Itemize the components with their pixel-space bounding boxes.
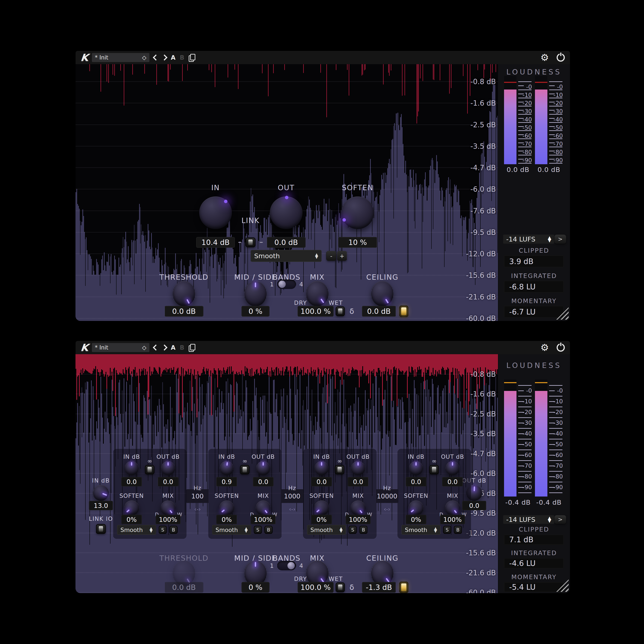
band-out-knob[interactable]: [161, 461, 175, 475]
expand-button[interactable]: >: [554, 235, 566, 244]
band-solo-button[interactable]: S: [349, 526, 357, 534]
lufs-target-select[interactable]: -14 LUFS ▲▼: [503, 235, 554, 244]
bands-switch[interactable]: [277, 279, 296, 289]
band-soften-knob[interactable]: [314, 500, 329, 515]
ab-compare-a[interactable]: A: [171, 54, 176, 61]
band-out-knob[interactable]: [445, 461, 460, 475]
prev-preset-icon[interactable]: [153, 345, 159, 351]
ceiling-enable-toggle[interactable]: [399, 305, 408, 317]
ab-compare-b[interactable]: B: [180, 344, 184, 351]
io-in-knob[interactable]: [93, 485, 109, 501]
settings-gear-icon[interactable]: ⚙: [541, 53, 549, 62]
shape-minus-button[interactable]: -: [326, 251, 336, 261]
band-out-value[interactable]: 0.0: [442, 477, 463, 486]
midside-value[interactable]: 0 %: [241, 306, 269, 317]
band-in-value[interactable]: 0.9: [216, 477, 237, 486]
ceiling-enable-toggle[interactable]: [399, 582, 408, 593]
ab-compare-b[interactable]: B: [180, 54, 184, 61]
threshold-knob[interactable]: [173, 281, 195, 306]
band-in-knob[interactable]: [409, 461, 423, 475]
band-bypass-button[interactable]: B: [454, 526, 462, 534]
soften-knob[interactable]: [341, 196, 374, 229]
crossover-drag-icon[interactable]: ‹-›: [384, 506, 390, 512]
threshold-value[interactable]: 0.0 dB: [165, 306, 203, 317]
band-soften-knob[interactable]: [219, 500, 234, 515]
copy-icon[interactable]: [189, 344, 195, 351]
expand-button[interactable]: >: [554, 515, 566, 524]
band-solo-button[interactable]: S: [443, 526, 451, 534]
link-toggle[interactable]: [246, 237, 255, 247]
band-soften-value[interactable]: 0%: [406, 515, 426, 524]
in-value[interactable]: 10.4 dB: [196, 237, 235, 248]
delta-toggle[interactable]: [336, 306, 345, 316]
shape-plus-button[interactable]: +: [337, 251, 347, 261]
next-preset-icon[interactable]: [161, 345, 167, 351]
band-link-toggle[interactable]: [240, 465, 249, 474]
band-link-toggle[interactable]: [145, 465, 154, 474]
band-in-value[interactable]: 0.0: [311, 477, 332, 486]
out-knob[interactable]: [270, 196, 302, 229]
copy-icon[interactable]: [189, 54, 195, 61]
out-value[interactable]: 0.0 dB: [267, 237, 305, 248]
band-link-toggle[interactable]: [335, 465, 344, 474]
preset-selector[interactable]: * Init ◇: [92, 53, 149, 62]
in-knob[interactable]: [199, 196, 232, 229]
band-soften-value[interactable]: 0%: [311, 515, 332, 524]
lufs-target-select[interactable]: -14 LUFS ▲▼: [503, 515, 554, 524]
midside-knob[interactable]: [244, 281, 267, 306]
band-out-knob[interactable]: [256, 461, 270, 475]
band-solo-button[interactable]: S: [159, 526, 167, 534]
crossover-value[interactable]: 10000: [376, 489, 398, 503]
band-solo-button[interactable]: S: [254, 526, 262, 534]
power-icon[interactable]: [557, 343, 565, 352]
ceiling-value[interactable]: 0.0 dB: [362, 306, 396, 317]
settings-gear-icon[interactable]: ⚙: [541, 343, 549, 352]
prev-preset-icon[interactable]: [153, 55, 159, 61]
band-mix-value[interactable]: 100%: [346, 515, 371, 524]
band-bypass-button[interactable]: B: [359, 526, 368, 534]
band-link-toggle[interactable]: [429, 465, 439, 474]
band-in-value[interactable]: 0.0: [121, 477, 142, 486]
band-shape-select[interactable]: Smooth▲▼: [401, 525, 440, 535]
mix-value[interactable]: 100.0 %: [298, 582, 334, 593]
band-mix-knob[interactable]: [351, 500, 366, 515]
band-bypass-button[interactable]: B: [169, 526, 178, 534]
crossover-drag-icon[interactable]: ‹-›: [194, 506, 201, 512]
band-out-knob[interactable]: [351, 461, 365, 475]
band-mix-knob[interactable]: [161, 500, 176, 515]
midside-value[interactable]: 0 %: [241, 582, 269, 593]
band-out-value[interactable]: 0.0: [253, 477, 273, 486]
band-soften-value[interactable]: 0%: [216, 515, 237, 524]
bands-switch[interactable]: [277, 561, 296, 570]
delta-toggle[interactable]: [336, 582, 345, 592]
band-mix-value[interactable]: 100%: [156, 515, 181, 524]
band-mix-knob[interactable]: [256, 500, 271, 515]
mix-value[interactable]: 100.0 %: [298, 306, 334, 317]
ceiling-value[interactable]: -1.3 dB: [362, 582, 396, 593]
band-soften-value[interactable]: 0%: [121, 515, 142, 524]
shape-select[interactable]: Smooth ▲▼: [251, 250, 322, 262]
band-out-value[interactable]: 0.0: [348, 477, 368, 486]
band-bypass-button[interactable]: B: [264, 526, 273, 534]
threshold-value[interactable]: 0.0 dB: [165, 582, 203, 593]
band-in-knob[interactable]: [125, 461, 139, 475]
mix-knob[interactable]: [306, 281, 328, 306]
band-in-knob[interactable]: [314, 461, 329, 475]
band-mix-value[interactable]: 100%: [440, 515, 465, 524]
band-mix-value[interactable]: 100%: [251, 515, 276, 524]
soften-value[interactable]: 10 %: [338, 237, 377, 248]
band-shape-select[interactable]: Smooth▲▼: [307, 525, 346, 535]
power-icon[interactable]: [557, 53, 565, 62]
band-soften-knob[interactable]: [124, 500, 139, 515]
band-in-value[interactable]: 0.0: [406, 477, 426, 486]
ab-compare-a[interactable]: A: [171, 344, 176, 351]
next-preset-icon[interactable]: [161, 55, 167, 61]
preset-selector[interactable]: * Init ◇: [92, 343, 149, 352]
band-soften-knob[interactable]: [409, 500, 424, 515]
band-shape-select[interactable]: Smooth▲▼: [117, 525, 156, 535]
band-out-value[interactable]: 0.0: [158, 477, 178, 486]
ceiling-knob[interactable]: [371, 281, 393, 306]
band-shape-select[interactable]: Smooth▲▼: [212, 525, 251, 535]
band-in-knob[interactable]: [220, 461, 234, 475]
crossover-drag-icon[interactable]: ‹-›: [289, 506, 295, 512]
